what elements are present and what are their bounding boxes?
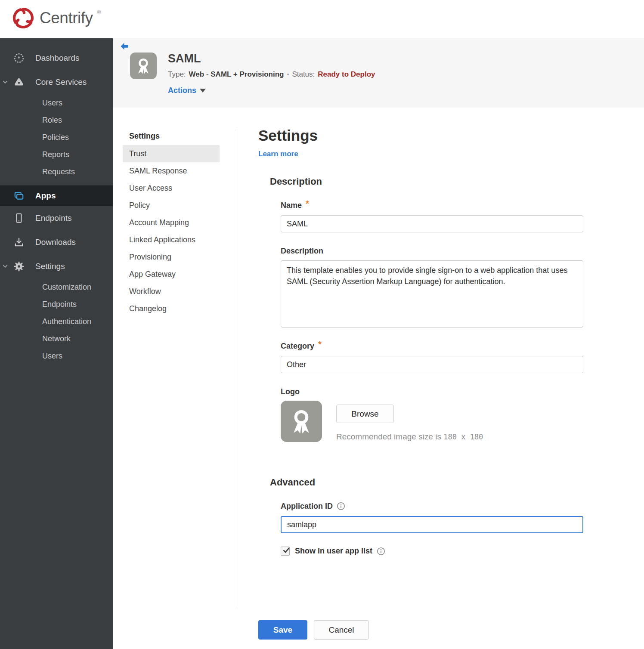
actions-dropdown[interactable]: Actions — [168, 86, 375, 95]
recommended-size-text: Recommended image size is 180 x 180 — [336, 432, 483, 442]
brand-name: Centrify — [40, 6, 93, 30]
subnav-header: Settings — [123, 127, 226, 145]
sidebar-item-apps[interactable]: Apps — [0, 185, 113, 206]
info-icon[interactable] — [337, 502, 345, 510]
subnav-item-linked-applications[interactable]: Linked Applications — [123, 231, 220, 248]
browse-button[interactable]: Browse — [336, 405, 394, 423]
centrify-logo-icon — [11, 6, 35, 32]
required-asterisk: * — [306, 199, 309, 208]
actions-label: Actions — [168, 86, 196, 95]
subnav-item-user-access[interactable]: User Access — [123, 179, 220, 197]
status-badge: Ready to Deploy — [318, 70, 375, 79]
category-field[interactable] — [281, 356, 583, 373]
show-in-user-app-list-label: Show in user app list — [295, 547, 385, 556]
sidebar-item-requests[interactable]: Requests — [0, 163, 113, 180]
page-title: Settings — [258, 127, 590, 143]
advanced-section-heading: Advanced — [270, 477, 590, 488]
sidebar-item-customization[interactable]: Customization — [0, 278, 113, 296]
app-type-status-line: Type: Web - SAML + Provisioning • Status… — [168, 70, 375, 79]
status-label: Status: — [292, 70, 315, 79]
sidebar-item-network[interactable]: Network — [0, 330, 113, 347]
sidebar-item-label: Apps — [35, 191, 56, 201]
info-icon[interactable] — [377, 547, 385, 556]
separator-dot: • — [287, 71, 289, 78]
brand-trademark: ® — [97, 9, 101, 15]
subnav-item-trust[interactable]: Trust — [123, 145, 220, 162]
brand: Centrify ® — [11, 6, 101, 32]
sidebar-item-label: Core Services — [35, 77, 87, 87]
sidebar-item-settings-endpoints[interactable]: Endpoints — [0, 296, 113, 313]
sidebar-item-label: Settings — [35, 262, 65, 271]
subnav-item-saml-response[interactable]: SAML Response — [123, 162, 220, 179]
sidebar-item-policies[interactable]: Policies — [0, 129, 113, 146]
subnav-item-account-mapping[interactable]: Account Mapping — [123, 214, 220, 231]
subnav-item-policy[interactable]: Policy — [123, 197, 220, 214]
vertical-divider — [237, 129, 237, 608]
sidebar: Dashboards Core Services Users Roles Pol… — [0, 38, 113, 649]
chevron-down-icon[interactable] — [2, 263, 8, 269]
endpoint-icon — [13, 213, 25, 224]
caret-down-icon — [200, 89, 206, 93]
download-icon — [13, 237, 25, 248]
type-label: Type: — [168, 70, 186, 79]
settings-subnav: Settings Trust SAML Response User Access… — [123, 127, 226, 317]
apps-icon — [13, 190, 25, 201]
subnav-item-changelog[interactable]: Changelog — [123, 300, 220, 317]
sidebar-item-dashboards[interactable]: Dashboards — [0, 46, 113, 70]
show-in-user-app-list-checkbox[interactable] — [281, 547, 290, 556]
sidebar-item-reports[interactable]: Reports — [0, 146, 113, 163]
sidebar-item-label: Dashboards — [35, 53, 79, 63]
back-arrow-icon[interactable] — [120, 42, 129, 51]
application-id-label: Application ID — [281, 502, 590, 510]
description-field[interactable]: This template enables you to provide sin… — [281, 260, 583, 328]
top-bar: Centrify ® — [0, 0, 644, 38]
subnav-item-provisioning[interactable]: Provisioning — [123, 248, 220, 266]
chevron-down-icon[interactable] — [2, 79, 8, 85]
name-label: Name* — [281, 201, 590, 210]
sidebar-item-users[interactable]: Users — [0, 94, 113, 111]
sidebar-item-settings-users[interactable]: Users — [0, 347, 113, 365]
cancel-button[interactable]: Cancel — [314, 620, 369, 640]
app-logo — [130, 53, 157, 79]
app-title: SAML — [168, 52, 375, 65]
sidebar-item-label: Endpoints — [35, 213, 72, 223]
settings-form: Settings Learn more Description Name* De… — [258, 127, 590, 640]
gear-icon — [13, 261, 25, 272]
name-field[interactable] — [281, 215, 583, 232]
description-label: Description — [281, 247, 590, 255]
app-header: SAML Type: Web - SAML + Provisioning • S… — [113, 38, 644, 108]
sidebar-item-endpoints[interactable]: Endpoints — [0, 206, 113, 230]
logo-label: Logo — [281, 387, 590, 396]
sidebar-item-label: Downloads — [35, 238, 76, 247]
sidebar-item-roles[interactable]: Roles — [0, 111, 113, 129]
sidebar-item-downloads[interactable]: Downloads — [0, 230, 113, 254]
category-label: Category* — [281, 342, 590, 350]
sidebar-item-settings[interactable]: Settings — [0, 254, 113, 278]
save-button[interactable]: Save — [258, 620, 307, 640]
application-id-field[interactable] — [281, 516, 583, 533]
sidebar-item-core-services[interactable]: Core Services — [0, 70, 113, 94]
dashboard-icon — [13, 53, 25, 64]
subnav-item-app-gateway[interactable]: App Gateway — [123, 266, 220, 283]
content: Settings Trust SAML Response User Access… — [113, 108, 644, 649]
required-asterisk: * — [318, 340, 322, 349]
learn-more-link[interactable]: Learn more — [258, 150, 298, 158]
core-services-icon — [13, 77, 25, 88]
description-section-heading: Description — [270, 176, 590, 187]
subnav-item-workflow[interactable]: Workflow — [123, 283, 220, 300]
app-logo-preview — [281, 401, 322, 442]
sidebar-item-authentication[interactable]: Authentication — [0, 313, 113, 330]
type-value: Web - SAML + Provisioning — [189, 70, 284, 79]
